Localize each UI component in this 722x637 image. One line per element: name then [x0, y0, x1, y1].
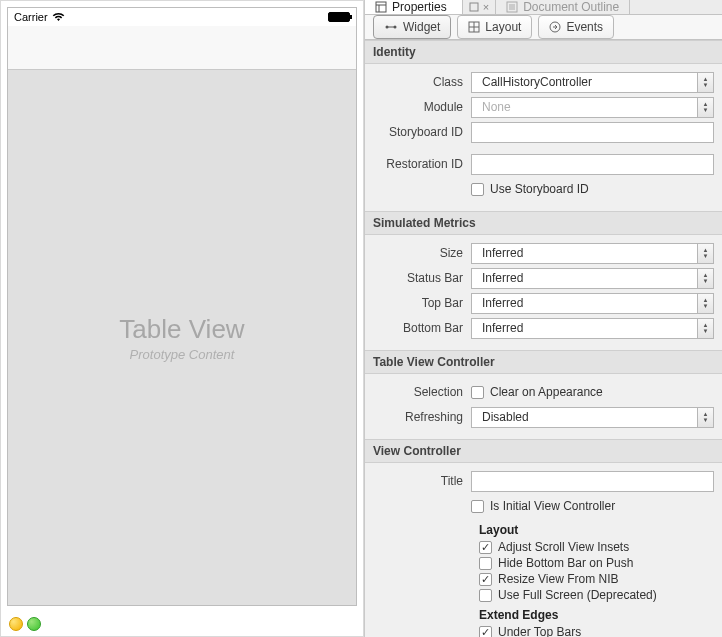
use-storyboard-id-checkbox[interactable]	[471, 183, 484, 196]
subtab-events[interactable]: Events	[538, 15, 614, 39]
use-storyboard-id-label: Use Storyboard ID	[490, 182, 589, 196]
class-select[interactable]: CallHistoryController ▲▼	[471, 72, 714, 93]
adjust-insets-checkbox[interactable]	[479, 541, 492, 554]
document-outline-icon	[506, 1, 518, 13]
interface-builder-canvas: Carrier Table View Prototype Content	[0, 0, 364, 637]
section-vc: Title Is Initial View Controller Layout …	[365, 463, 722, 637]
chevron-updown-icon: ▲▼	[697, 244, 713, 263]
navigation-bar	[8, 26, 356, 70]
under-top-label: Under Top Bars	[498, 625, 581, 637]
table-view-subtitle: Prototype Content	[130, 347, 235, 362]
module-label: Module	[373, 100, 471, 114]
topbar-select[interactable]: Inferred▲▼	[471, 293, 714, 314]
section-metrics: Size Inferred▲▼ Status Bar Inferred▲▼ To…	[365, 235, 722, 350]
under-top-checkbox[interactable]	[479, 626, 492, 638]
size-label: Size	[373, 246, 471, 260]
refreshing-value: Disabled	[477, 410, 529, 424]
hide-bottom-label: Hide Bottom Bar on Push	[498, 556, 633, 570]
resize-nib-checkbox[interactable]	[479, 573, 492, 586]
status-bar: Carrier	[8, 8, 356, 26]
subtab-events-label: Events	[566, 20, 603, 34]
vc-title-label: Title	[373, 474, 471, 488]
storyboard-id-label: Storyboard ID	[373, 125, 471, 139]
tab-properties-label: Properties	[392, 0, 447, 14]
chevron-updown-icon: ▲▼	[697, 269, 713, 288]
chevron-updown-icon: ▲▼	[697, 294, 713, 313]
is-initial-checkbox[interactable]	[471, 500, 484, 513]
resize-nib-label: Resize View From NIB	[498, 572, 618, 586]
section-tvc-header: Table View Controller	[365, 350, 722, 374]
svg-rect-0	[376, 2, 386, 12]
table-view-placeholder[interactable]: Table View Prototype Content	[8, 70, 356, 605]
battery-icon	[328, 12, 350, 22]
panel-tabbar: Properties × Document Outline	[365, 0, 722, 15]
carrier-label: Carrier	[14, 11, 48, 23]
module-placeholder: None	[477, 100, 511, 114]
refreshing-label: Refreshing	[373, 410, 471, 424]
layout-heading: Layout	[479, 523, 714, 537]
storyboard-id-input[interactable]	[471, 122, 714, 143]
scene-dock	[1, 612, 363, 636]
subtab-layout[interactable]: Layout	[457, 15, 532, 39]
layout-icon	[468, 21, 480, 33]
exit-icon[interactable]	[27, 617, 41, 631]
wifi-icon	[52, 12, 65, 22]
selection-label: Selection	[373, 385, 471, 399]
clear-on-appearance-checkbox[interactable]	[471, 386, 484, 399]
topbar-label: Top Bar	[373, 296, 471, 310]
tab-document-outline[interactable]: Document Outline	[496, 0, 630, 14]
statusbar-label: Status Bar	[373, 271, 471, 285]
subtab-layout-label: Layout	[485, 20, 521, 34]
inspector-subtabs: Widget Layout Events	[365, 15, 722, 40]
tab-properties[interactable]: Properties	[365, 0, 463, 14]
chevron-updown-icon: ▲▼	[697, 408, 713, 427]
chevron-updown-icon: ▲▼	[697, 98, 713, 117]
hide-bottom-checkbox[interactable]	[479, 557, 492, 570]
svg-rect-3	[470, 3, 478, 11]
bottombar-select[interactable]: Inferred▲▼	[471, 318, 714, 339]
fullscreen-label: Use Full Screen (Deprecated)	[498, 588, 657, 602]
widget-icon	[384, 22, 398, 32]
subtab-widget-label: Widget	[403, 20, 440, 34]
module-select[interactable]: None ▲▼	[471, 97, 714, 118]
first-responder-icon[interactable]	[9, 617, 23, 631]
topbar-value: Inferred	[477, 296, 523, 310]
class-value: CallHistoryController	[477, 75, 592, 89]
adjust-insets-label: Adjust Scroll View Insets	[498, 540, 629, 554]
bottombar-value: Inferred	[477, 321, 523, 335]
restoration-id-label: Restoration ID	[373, 157, 471, 171]
events-icon	[549, 21, 561, 33]
properties-icon	[375, 1, 387, 13]
class-label: Class	[373, 75, 471, 89]
section-identity-header: Identity	[365, 40, 722, 64]
statusbar-select[interactable]: Inferred▲▼	[471, 268, 714, 289]
statusbar-value: Inferred	[477, 271, 523, 285]
restoration-id-input[interactable]	[471, 154, 714, 175]
is-initial-label: Is Initial View Controller	[490, 499, 615, 513]
section-vc-header: View Controller	[365, 439, 722, 463]
table-view-title: Table View	[119, 314, 244, 345]
bottombar-label: Bottom Bar	[373, 321, 471, 335]
clear-on-appearance-label: Clear on Appearance	[490, 385, 603, 399]
chevron-updown-icon: ▲▼	[697, 73, 713, 92]
tab-document-outline-label: Document Outline	[523, 0, 619, 14]
section-metrics-header: Simulated Metrics	[365, 211, 722, 235]
section-tvc: Selection Clear on Appearance Refreshing…	[365, 374, 722, 439]
size-value: Inferred	[477, 246, 523, 260]
subtab-widget[interactable]: Widget	[373, 15, 451, 39]
extend-heading: Extend Edges	[479, 608, 714, 622]
size-select[interactable]: Inferred▲▼	[471, 243, 714, 264]
close-panel-icon[interactable]: ×	[483, 1, 489, 13]
inspector-panel: Properties × Document Outline Widget Lay…	[364, 0, 722, 637]
chevron-updown-icon: ▲▼	[697, 319, 713, 338]
vc-title-input[interactable]	[471, 471, 714, 492]
fullscreen-checkbox[interactable]	[479, 589, 492, 602]
undock-icon[interactable]	[469, 2, 479, 12]
refreshing-select[interactable]: Disabled▲▼	[471, 407, 714, 428]
section-identity: Class CallHistoryController ▲▼ Module No…	[365, 64, 722, 211]
device-frame: Carrier Table View Prototype Content	[7, 7, 357, 606]
